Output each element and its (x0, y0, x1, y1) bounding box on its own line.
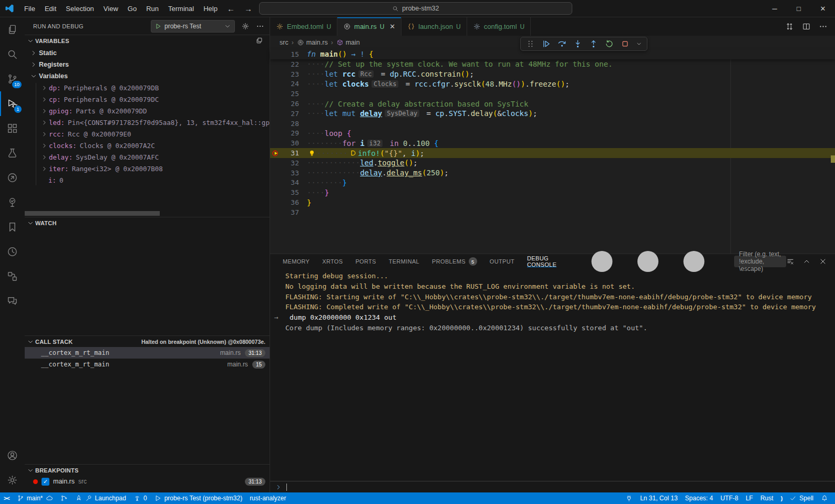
code-line-33[interactable]: 33············delay.delay_ms(250); (270, 168, 835, 178)
code-line-35[interactable]: 35····} (270, 187, 835, 197)
scope-registers[interactable]: Registers (25, 59, 270, 70)
activity-item-testing[interactable] (0, 141, 25, 165)
scope-static[interactable]: Static (25, 47, 270, 59)
activity-item-timeline[interactable] (0, 239, 25, 264)
breadcrumb-item-src[interactable]: src (280, 39, 288, 46)
nav-back-button[interactable]: ← (222, 4, 240, 13)
editor-more-actions-icon[interactable] (819, 22, 828, 31)
status-remote-port[interactable] (622, 492, 636, 504)
activity-item-run-and-debug[interactable]: 1 (0, 91, 25, 116)
status-spell-checker[interactable]: Spell (786, 492, 817, 504)
continue-button[interactable] (541, 39, 551, 49)
code-line-23[interactable]: 23····let rccRcc = dp.RCC.constrain(); (270, 69, 835, 79)
variable-rcc[interactable]: rcc:Rcc @ 0x200079E0 (25, 128, 270, 140)
code-line-25[interactable]: 25 (270, 89, 835, 99)
activity-item-source-control[interactable]: 10 (0, 67, 25, 91)
menu-run[interactable]: Run (141, 0, 163, 17)
panel-tab-memory[interactable]: MEMORY (283, 254, 310, 269)
status-git-graph[interactable] (57, 492, 71, 504)
minimize-button[interactable]: ─ (762, 0, 787, 17)
horizontal-scrollbar[interactable] (25, 211, 160, 216)
step-out-button[interactable] (589, 39, 599, 49)
code-line-26[interactable]: 26····// Create a delay abstraction base… (270, 99, 835, 109)
variable-dp[interactable]: dp:Peripherals @ 0x200079DB (25, 82, 270, 93)
variable-iter[interactable]: iter:Range<i32> @ 0x20007B08 (25, 163, 270, 174)
activity-item-manage[interactable] (0, 468, 25, 492)
activity-item-todo-tree[interactable] (0, 190, 25, 215)
code-line-31[interactable]: 31·······info!("{}", i); (270, 148, 835, 158)
breadcrumb-item-main[interactable]: main (336, 39, 360, 46)
duplicate-icon[interactable] (255, 37, 263, 45)
close-tab-icon[interactable]: ✕ (389, 23, 395, 30)
sidebar-more-actions-icon[interactable] (256, 22, 264, 30)
breadcrumb-item-main-rs[interactable]: main.rs (297, 39, 328, 46)
lightbulb-icon[interactable] (308, 149, 316, 157)
clear-console-icon[interactable] (786, 257, 795, 266)
panel-tab-ports[interactable]: PORTS (355, 254, 376, 269)
menu-selection[interactable]: Selection (61, 0, 98, 17)
variable-cp[interactable]: cp:Peripherals @ 0x200079DC (25, 93, 270, 105)
variable-clocks[interactable]: clocks:Clocks @ 0x20007A2C (25, 140, 270, 151)
status-indentation[interactable]: Spaces: 4 (682, 492, 717, 504)
command-center-search[interactable]: probe-stm32 (259, 2, 572, 15)
debug-console-input[interactable] (270, 481, 835, 492)
activity-item-bookmarks[interactable] (0, 215, 25, 239)
status-notifications[interactable] (817, 492, 832, 504)
code-editor[interactable]: 15fn main() → ! { 22····// Set up the sy… (270, 49, 835, 254)
variable-i[interactable]: i:0 (25, 174, 270, 186)
activity-item-dependencies[interactable] (0, 165, 25, 190)
variable-delay[interactable]: delay:SysDelay @ 0x20007AFC (25, 151, 270, 163)
code-line-22[interactable]: 22····// Set up the system clock. We wan… (270, 59, 835, 69)
breakpoint-current-icon[interactable] (270, 148, 282, 158)
menu-view[interactable]: View (99, 0, 123, 17)
panel-tab-xrtos[interactable]: XRTOS (322, 254, 343, 269)
watch-section-header[interactable]: WATCH (25, 217, 270, 228)
step-into-button[interactable] (573, 39, 583, 49)
status-rust-analyzer-status[interactable]: rust-analyzer (246, 492, 290, 504)
status-encoding[interactable]: UTF-8 (717, 492, 742, 504)
activity-item-extensions[interactable] (0, 116, 25, 141)
debug-toolbar-chevron-icon[interactable] (636, 39, 642, 49)
status-launchpad[interactable]: Launchpad (71, 492, 130, 504)
stop-button[interactable] (620, 39, 630, 49)
tab-launch-json[interactable]: launch.jsonU (401, 17, 467, 36)
close-panel-icon[interactable] (819, 257, 827, 266)
status-debug-session[interactable]: probe-rs Test (probe-stm32) (151, 492, 246, 504)
breakpoints-section-header[interactable]: BREAKPOINTS (25, 464, 270, 476)
code-line-28[interactable]: 28 (270, 119, 835, 129)
call-stack-frame[interactable]: __cortex_m_rt_mainmain.rs31:13 (25, 347, 270, 359)
step-over-button[interactable] (557, 39, 567, 49)
code-line-30[interactable]: 30········for ii32 in 0..100 { (270, 138, 835, 148)
breakpoint-checkbox[interactable]: ✓ (42, 478, 49, 486)
code-line-27[interactable]: 27····let mut delaySysDelay = cp.SYST.de… (270, 109, 835, 119)
breakpoint-item[interactable]: ✓main.rssrc31:13 (25, 476, 270, 487)
code-line-32[interactable]: 32············led.toggle(); (270, 158, 835, 168)
status-eol[interactable]: LF (742, 492, 757, 504)
menu-edit[interactable]: Edit (40, 0, 61, 17)
status-git-branch[interactable]: main* (13, 492, 57, 504)
start-debug-icon[interactable] (154, 23, 162, 30)
console-filter-input[interactable]: Filter (e.g. text, !exclude, \escape) (734, 256, 786, 267)
activity-item-accounts[interactable] (0, 443, 25, 468)
panel-tab-debug-console[interactable]: DEBUG CONSOLE (527, 254, 556, 269)
activity-item-comments[interactable] (0, 289, 25, 313)
maximize-panel-icon[interactable] (802, 257, 811, 266)
open-changes-icon[interactable] (785, 22, 794, 31)
maximize-button[interactable]: □ (787, 0, 811, 17)
code-line-37[interactable]: 37 (270, 207, 835, 217)
activity-item-search[interactable] (0, 42, 25, 67)
debug-settings-gear-icon[interactable] (241, 22, 250, 30)
call-stack-frame[interactable]: __cortex_m_rt_mainmain.rs15 (25, 359, 270, 370)
tab-Embed-toml[interactable]: Embed.tomlU (270, 17, 337, 36)
menu-terminal[interactable]: Terminal (163, 0, 199, 17)
nav-forward-button[interactable]: → (240, 4, 257, 13)
menu-go[interactable]: Go (123, 0, 141, 17)
code-line-36[interactable]: 36} (270, 197, 835, 207)
restart-button[interactable] (604, 39, 614, 49)
menu-help[interactable]: Help (199, 0, 222, 17)
status-language-mode[interactable]: Rust (757, 492, 777, 504)
activity-item-remote-explorer[interactable] (0, 264, 25, 289)
launch-config-dropdown[interactable]: probe-rs Test (151, 20, 235, 33)
variable-gpiog[interactable]: gpiog:Parts @ 0x200079DD (25, 105, 270, 117)
activity-item-explorer[interactable] (0, 17, 25, 42)
